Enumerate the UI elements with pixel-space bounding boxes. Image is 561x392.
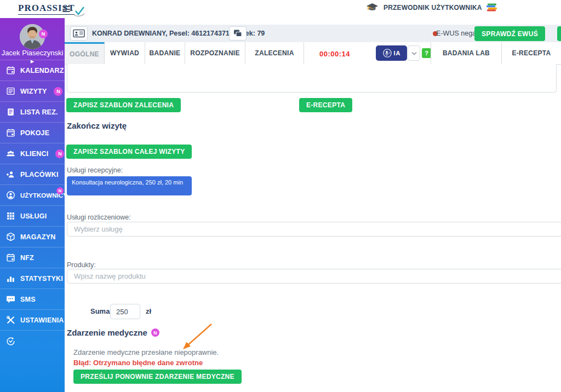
- sidebar-item-lista-rez[interactable]: LISTA REZ.: [0, 102, 65, 123]
- medical-event-error: Błąd: Otrzymano błędne dane zwrotne: [73, 359, 203, 367]
- sum-label: Suma:: [90, 307, 112, 315]
- person-circle-icon: [6, 191, 15, 200]
- wizyty-new-badge: N: [54, 87, 62, 96]
- reception-services-label: Usługi recepcyjne:: [67, 166, 123, 174]
- billing-services-input[interactable]: [67, 222, 561, 237]
- history-clock-icon: [6, 337, 15, 346]
- resend-medical-event-button[interactable]: PRZEŚLIJ PONOWNIE ZDARZENIE MEDYCZNE: [73, 370, 242, 384]
- visit-list-icon: [6, 87, 15, 96]
- tab-badanie[interactable]: BADANIE: [145, 42, 185, 64]
- uzytkownicy-new-badge: N: [56, 187, 64, 194]
- user-guide-link[interactable]: PRZEWODNIK UŻYTKOWNIKA: [366, 3, 497, 12]
- billing-services-label: Usługi rozliczeniowe:: [67, 214, 131, 221]
- sidebar-item-pokoje[interactable]: POKOJE: [0, 123, 65, 143]
- reception-service-chip[interactable]: Konsultacja neurologiczna, 250 zł, 20 mi…: [67, 176, 192, 195]
- erecepta-button[interactable]: E-RECEPTA: [299, 98, 352, 112]
- help-button[interactable]: ?: [422, 48, 431, 58]
- tab-zalecenia[interactable]: ZALECENIA: [245, 42, 304, 64]
- sidebar-item-ustawienia[interactable]: USTAWIENIA: [0, 310, 65, 331]
- currency-label: zł: [146, 307, 151, 315]
- chat-copy-icon: [233, 29, 243, 38]
- visit-content: ZAPISZ SZABLON ZALECENIA E-RECEPTA Zakoń…: [65, 65, 561, 392]
- medical-event-heading: Zdarzenie medyczne N: [67, 328, 159, 337]
- user-menu[interactable]: N Jacek Piaseczynski ▸: [0, 18, 65, 60]
- tab-wywiad[interactable]: WYWIAD: [105, 42, 145, 64]
- bar-chart-icon: [6, 274, 15, 283]
- app-window: PROASSIST PRZEWODNIK UŻYTKOWNIKA: [0, 0, 561, 392]
- id-card-icon: [73, 28, 85, 38]
- person-add-icon: [6, 170, 15, 179]
- sidebar-item-wizyty[interactable]: WIZYTY N: [0, 81, 65, 102]
- sidebar: N Jacek Piaseczynski ▸ KALENDARZ WIZYTY …: [0, 18, 65, 392]
- grid-icon: [6, 211, 15, 221]
- patient-id-card-button[interactable]: [70, 26, 88, 41]
- sidebar-item-klienci[interactable]: KLIENCI N: [0, 143, 65, 164]
- chat-bubble-icon: [6, 295, 15, 304]
- klienci-new-badge: N: [55, 149, 64, 158]
- products-label: Produkty:: [67, 261, 96, 269]
- ai-dropdown-button[interactable]: [408, 45, 420, 61]
- user-new-badge: N: [39, 30, 48, 38]
- chevron-down-icon: [411, 51, 417, 55]
- sum-input[interactable]: [110, 304, 140, 319]
- visit-timer: 00:00:14: [319, 50, 350, 58]
- visit-tabs: OGÓLNE WYWIAD BADANIE ROZPOZNANIE ZALECE…: [65, 42, 561, 65]
- logo-checkmark-icon: [72, 6, 85, 17]
- cropped-right-button[interactable]: [557, 26, 561, 41]
- menu-toggle-icon[interactable]: [62, 6, 70, 14]
- sidebar-item-placowki[interactable]: PLACÓWKI N: [0, 164, 65, 185]
- sidebar-item-kalendarz[interactable]: KALENDARZ: [0, 60, 65, 81]
- save-whole-visit-template-button[interactable]: ZAPISZ SZABLON CAŁEJ WIZYTY: [66, 145, 192, 159]
- books-stack-icon: [486, 3, 497, 12]
- products-input[interactable]: [67, 269, 561, 284]
- save-recommendation-template-button[interactable]: ZAPISZ SZABLON ZALECENIA: [66, 98, 181, 112]
- ai-assistant-button[interactable]: IA: [376, 45, 407, 61]
- sidebar-item-history[interactable]: [0, 331, 65, 351]
- microphone-circle-icon: [382, 48, 392, 58]
- sidebar-item-nfz[interactable]: NFZ: [0, 247, 65, 268]
- medical-event-new-badge: N: [151, 328, 159, 337]
- ai-label: IA: [394, 50, 401, 56]
- tools-icon: [6, 315, 15, 325]
- main-area: KONRAD DREWNIANY, Pesel: 46121743716, Wi…: [65, 18, 561, 392]
- calendar-icon: [6, 66, 15, 75]
- tab-badania-lab[interactable]: BADANIA LAB: [431, 42, 502, 64]
- end-visit-heading: Zakończ wizytę: [67, 121, 127, 130]
- calendar-icon: [6, 128, 15, 137]
- sidebar-item-statystyki[interactable]: STATYSTYKI: [0, 268, 65, 289]
- check-ewus-button[interactable]: SPRAWDŹ EWUŚ: [474, 26, 545, 41]
- graduation-cap-icon: [366, 3, 379, 12]
- proassist-logo: PROASSIST: [18, 3, 85, 15]
- user-guide-label: PRZEWODNIK UŻYTKOWNIKA: [383, 4, 482, 11]
- sidebar-item-sms[interactable]: SMS: [0, 289, 65, 310]
- recommendations-textarea[interactable]: [67, 64, 557, 93]
- patient-bar: KONRAD DREWNIANY, Pesel: 46121743716, Wi…: [65, 25, 561, 42]
- document-icon: [6, 107, 15, 117]
- tab-rozpoznanie[interactable]: ROZPOZNANIE: [185, 42, 245, 64]
- tab-ogolne[interactable]: OGÓLNE: [65, 42, 105, 64]
- annotation-arrow: [177, 321, 224, 354]
- sidebar-item-uslugi[interactable]: USŁUGI: [0, 206, 65, 227]
- top-bar: PROASSIST PRZEWODNIK UŻYTKOWNIKA: [0, 0, 561, 18]
- people-icon: [6, 149, 15, 158]
- cube-icon: [6, 232, 15, 241]
- sidebar-item-magazyn[interactable]: MAGAZYN: [0, 227, 65, 247]
- sidebar-item-uzytkownicy[interactable]: UŻYTKOWNICY N: [0, 185, 65, 206]
- tab-e-recepta[interactable]: E-RECEPTA: [502, 42, 561, 64]
- calendar-icon: [6, 253, 15, 262]
- patient-notes-button[interactable]: [229, 26, 247, 41]
